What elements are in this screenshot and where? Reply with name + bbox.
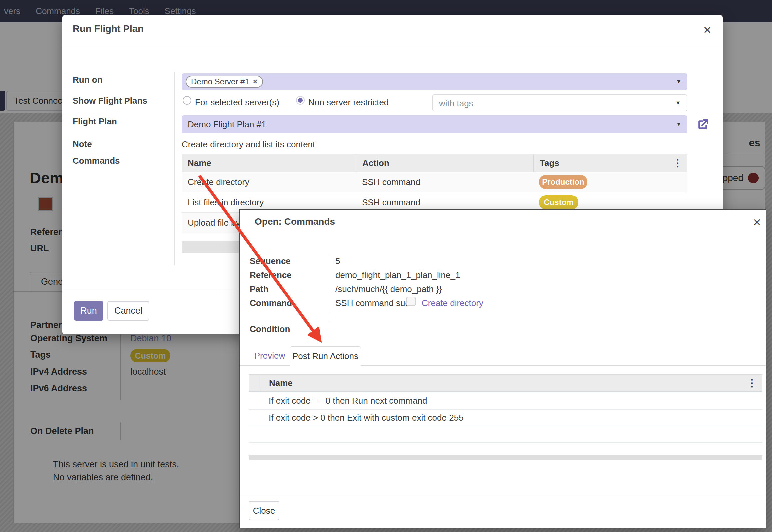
- row-action: SSH command: [356, 197, 533, 208]
- with-tags-select[interactable]: with tags ▼: [432, 94, 687, 111]
- run-button[interactable]: Run: [74, 301, 103, 321]
- divider: [329, 254, 329, 313]
- flight-plan-label: Flight Plan: [73, 116, 117, 127]
- chevron-down-icon: ▼: [675, 100, 681, 106]
- row-action: SSH command: [356, 177, 533, 187]
- open-commands-modal: Open: Commands ✕ Sequence Reference Path…: [239, 209, 766, 528]
- show-flight-plans-label: Show Flight Plans: [73, 96, 147, 106]
- external-link-icon[interactable]: [695, 117, 710, 132]
- create-directory-checkbox[interactable]: [406, 297, 416, 306]
- table-footer-strip: [249, 455, 762, 460]
- tag-badge-custom: Custom: [539, 195, 578, 209]
- tab-preview[interactable]: Preview: [246, 351, 293, 361]
- column-header-name[interactable]: Name: [182, 154, 356, 172]
- flight-plan-note: Create directory and list its content: [182, 139, 315, 150]
- selector-column[interactable]: [249, 375, 261, 391]
- command-label: Command: [250, 298, 292, 308]
- with-tags-placeholder: with tags: [439, 98, 473, 109]
- row-name: List files in directory: [182, 197, 356, 208]
- run-on-label: Run on: [73, 75, 103, 85]
- cancel-button[interactable]: Cancel: [107, 301, 149, 321]
- table-row[interactable]: If exit code == 0 then Run next command: [249, 392, 762, 410]
- command-value: SSH command sudo: [335, 298, 415, 308]
- run-on-field[interactable]: Demo Server #1 ✕ ▼: [182, 73, 687, 90]
- app-root: vers Commands Files Tools Settings Test …: [0, 0, 772, 532]
- column-header-name[interactable]: Name: [261, 378, 293, 388]
- tab-post-run-actions[interactable]: Post Run Actions: [290, 346, 361, 366]
- chevron-down-icon: ▼: [676, 79, 681, 85]
- column-header-tags[interactable]: Tags: [534, 154, 687, 172]
- flight-plan-select[interactable]: Demo Flight Plan #1 ▼: [182, 115, 687, 133]
- note-label: Note: [73, 139, 92, 149]
- flight-plan-value: Demo Flight Plan #1: [188, 119, 266, 130]
- table-row-empty: [249, 426, 762, 443]
- server-tag-label: Demo Server #1: [191, 77, 249, 86]
- radio-non-server-restricted[interactable]: [296, 96, 305, 105]
- post-run-actions-table: Name ⋮ If exit code == 0 then Run next c…: [249, 374, 762, 443]
- modal-title: Run Flight Plan: [73, 23, 144, 34]
- tag-remove-icon[interactable]: ✕: [253, 78, 258, 85]
- close-icon[interactable]: ✕: [750, 216, 764, 229]
- sequence-value: 5: [335, 256, 340, 266]
- radio-dot: [298, 98, 303, 103]
- table-row[interactable]: If exit code > 0 then Exit with custom e…: [249, 410, 762, 426]
- table-row[interactable]: Create directory SSH command Production: [182, 172, 687, 192]
- column-header-action[interactable]: Action: [356, 154, 534, 172]
- radio-for-selected-servers[interactable]: [183, 96, 191, 105]
- chevron-down-icon: ▼: [676, 121, 681, 127]
- row-name: Create directory: [182, 177, 356, 187]
- reference-value: demo_flight_plan_1_plan_line_1: [335, 270, 460, 280]
- close-button[interactable]: Close: [249, 501, 279, 520]
- tag-badge-production: Production: [539, 175, 587, 189]
- create-directory-link[interactable]: Create directory: [422, 298, 483, 308]
- modal-title: Open: Commands: [255, 216, 335, 227]
- sequence-label: Sequence: [250, 256, 291, 266]
- table-options-kebab-icon[interactable]: ⋮: [673, 158, 683, 168]
- close-icon[interactable]: ✕: [701, 23, 714, 37]
- condition-label: Condition: [250, 324, 290, 334]
- post-run-table-header: Name ⋮: [249, 374, 762, 392]
- divider: [174, 72, 175, 265]
- commands-table-header: Name Action Tags ⋮: [182, 154, 687, 172]
- path-value: /such/much/{{ demo_path }}: [335, 284, 442, 294]
- divider: [240, 494, 766, 494]
- path-label: Path: [250, 284, 268, 294]
- radio-for-selected-servers-label: For selected server(s): [195, 97, 279, 108]
- radio-non-server-restricted-label: Non server restricted: [308, 97, 389, 108]
- divider: [240, 243, 766, 243]
- reference-label: Reference: [250, 270, 292, 280]
- divider: [329, 321, 329, 338]
- divider: [62, 46, 723, 46]
- commands-label: Commands: [73, 156, 120, 166]
- server-tag-pill[interactable]: Demo Server #1 ✕: [186, 76, 263, 88]
- table-options-kebab-icon[interactable]: ⋮: [747, 378, 757, 388]
